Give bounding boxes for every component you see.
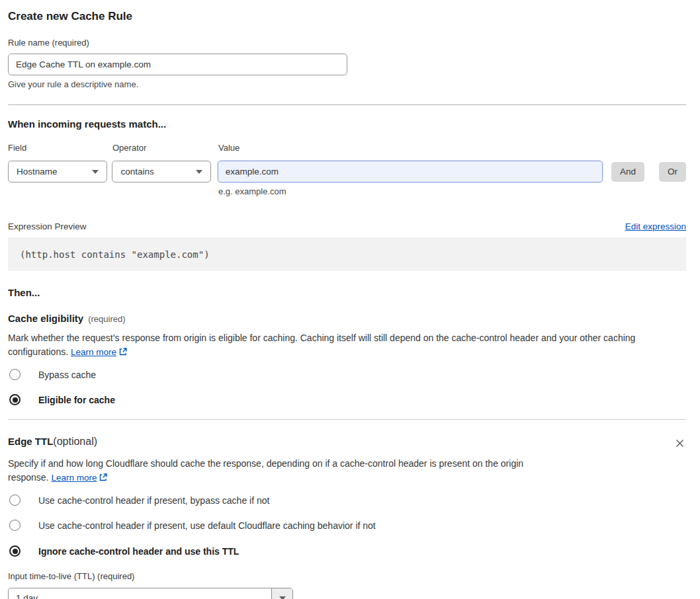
radio-label: Eligible for cache	[38, 395, 115, 405]
ttl-select-value: 1 day	[9, 588, 271, 599]
field-select[interactable]: Hostname	[8, 161, 107, 182]
match-section-heading: When incoming requests match...	[8, 118, 686, 130]
radio-icon	[9, 369, 21, 380]
and-button[interactable]: And	[611, 162, 644, 182]
chevron-down-icon	[92, 170, 99, 174]
section-divider	[8, 419, 686, 420]
edit-expression-link[interactable]: Edit expression	[625, 221, 686, 231]
ttl-dropdown-button[interactable]	[271, 588, 292, 599]
rule-name-input[interactable]	[8, 54, 347, 75]
operator-select[interactable]: contains	[112, 161, 210, 182]
radio-use-header-bypass[interactable]: Use cache-control header if present, byp…	[8, 495, 686, 506]
radio-icon	[9, 520, 21, 531]
radio-label: Bypass cache	[38, 370, 96, 380]
radio-label: Use cache-control header if present, byp…	[38, 495, 269, 506]
section-divider	[8, 104, 686, 105]
cache-eligibility-title: Cache eligibility	[8, 313, 83, 324]
field-label: Field	[8, 143, 112, 153]
edge-ttl-header: Edge TTL (optional)	[8, 436, 686, 452]
chevron-down-icon	[196, 170, 202, 174]
external-link-icon	[99, 473, 108, 482]
or-button[interactable]: Or	[659, 162, 686, 182]
learn-more-link[interactable]: Learn more	[51, 473, 108, 483]
operator-label: Operator	[112, 143, 218, 153]
page-title: Create new Cache Rule	[8, 9, 686, 23]
cache-eligibility-qualifier: (required)	[88, 314, 125, 324]
expression-preview-row: Expression Preview Edit expression	[8, 221, 686, 231]
radio-eligible-for-cache[interactable]: Eligible for cache	[8, 394, 686, 405]
close-icon[interactable]	[674, 437, 686, 452]
edge-ttl-description: Specify if and how long Cloudflare shoul…	[8, 457, 558, 485]
radio-icon	[9, 495, 21, 506]
radio-icon	[9, 394, 21, 405]
edge-ttl-qualifier: (optional)	[53, 436, 97, 448]
edge-ttl-title: Edge TTL	[8, 436, 53, 447]
rule-name-label: Rule name (required)	[8, 38, 686, 48]
rule-name-help: Give your rule a descriptive name.	[8, 79, 686, 89]
expression-code: (http.host contains "example.com")	[20, 249, 210, 260]
operator-select-value: contains	[120, 167, 153, 177]
ttl-select[interactable]: 1 day	[8, 588, 293, 599]
learn-more-link[interactable]: Learn more	[71, 347, 128, 357]
match-labels-row: Field Operator Value	[8, 143, 686, 153]
radio-icon	[9, 545, 21, 557]
value-label: Value	[218, 143, 240, 153]
field-select-value: Hostname	[17, 167, 58, 177]
cache-eligibility-description: Mark whether the request’s response from…	[8, 331, 686, 359]
external-link-icon	[118, 347, 128, 356]
value-input[interactable]	[218, 161, 603, 182]
then-heading: Then...	[8, 286, 686, 299]
chevron-down-icon	[279, 596, 286, 599]
radio-label: Use cache-control header if present, use…	[38, 520, 376, 531]
create-cache-rule-form: Create new Cache Rule Rule name (require…	[0, 9, 700, 599]
ttl-label: Input time-to-live (TTL) (required)	[8, 571, 686, 581]
expression-preview-label: Expression Preview	[8, 221, 87, 231]
radio-use-header-default[interactable]: Use cache-control header if present, use…	[8, 520, 686, 531]
radio-ignore-header-use-ttl[interactable]: Ignore cache-control header and use this…	[8, 545, 686, 557]
value-hint: e.g. example.com	[218, 186, 686, 196]
match-controls-row: Hostname contains And Or	[8, 161, 686, 182]
expression-code-block: (http.host contains "example.com")	[8, 237, 686, 271]
radio-label: Ignore cache-control header and use this…	[38, 546, 239, 557]
radio-bypass-cache[interactable]: Bypass cache	[8, 369, 686, 380]
cache-eligibility-header: Cache eligibility (required)	[8, 313, 686, 324]
